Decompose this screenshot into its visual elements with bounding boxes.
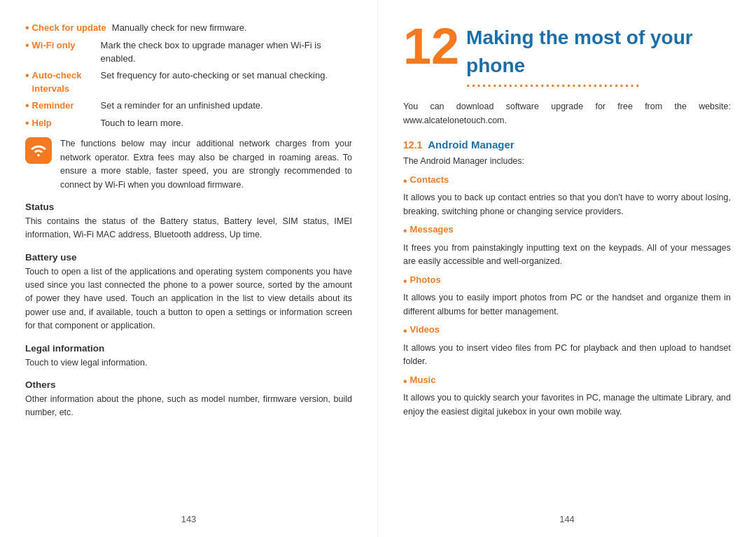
chapter-intro: You can download software upgrade for fr…	[403, 100, 731, 127]
bullet-videos: • Videos	[403, 324, 731, 339]
left-page: • Check for update Manually check for ne…	[0, 0, 378, 537]
section-body-status: This contains the status of the Battery …	[25, 215, 352, 242]
term-autocheck: Auto-check intervals	[32, 69, 95, 96]
right-page: 12 Making the most of your phone........…	[378, 0, 756, 537]
page-number-left: 143	[181, 514, 197, 524]
section-12-1-heading: 12.1 Android Manager	[403, 139, 731, 151]
section-body-legal: Touch to view legal information.	[25, 356, 352, 370]
term-music: Music	[410, 375, 436, 385]
section-heading-legal: Legal information	[25, 343, 352, 354]
icon-warning-box: The functions below may incur additional…	[25, 137, 352, 192]
bullet-dot-contacts: •	[403, 174, 407, 189]
body-contacts: It allows you to back up contact entries…	[403, 191, 731, 218]
bullet-row-check-update: • Check for update Manually check for ne…	[25, 21, 352, 36]
section-body-others: Other information about the phone, such …	[25, 393, 352, 420]
section-status: Status This contains the status of the B…	[25, 202, 352, 242]
term-autocheck-line2: intervals	[32, 83, 69, 94]
body-videos: It allows you to insert video files from…	[403, 342, 731, 369]
desc-reminder: Set a reminder for an unfinished update.	[101, 99, 352, 113]
bullet-row-wifi: • Wi-Fi only Mark the check box to upgra…	[25, 39, 352, 66]
chapter-title-line1: Making the most of your	[466, 21, 693, 49]
bullet-dot-videos: •	[403, 324, 407, 339]
term-messages: Messages	[410, 224, 454, 235]
section-battery-use: Battery use Touch to open a list of the …	[25, 252, 352, 333]
desc-autocheck: Set frequency for auto-checking or set m…	[101, 69, 352, 83]
term-autocheck-line1: Auto-check	[32, 70, 82, 81]
bullet-dot-3: •	[25, 69, 29, 83]
desc-wifi: Mark the check box to upgrade manager wh…	[101, 39, 352, 66]
bullet-dot-4: •	[25, 99, 29, 113]
desc-check-update: Manually check for new firmware.	[112, 21, 352, 35]
bullet-dot-1: •	[25, 21, 29, 36]
bullet-music: • Music	[403, 375, 731, 389]
bullet-row-reminder: • Reminder Set a reminder for an unfinis…	[25, 99, 352, 113]
chapter-title-line2: phone.................................	[466, 49, 693, 90]
bullet-contacts: • Contacts	[403, 174, 731, 189]
bullet-dot-music: •	[403, 375, 407, 389]
section-heading-status: Status	[25, 202, 352, 212]
body-messages: It frees you from painstakingly inputtin…	[403, 242, 731, 269]
body-music: It allows you to quickly search your fav…	[403, 391, 731, 419]
term-reminder: Reminder	[32, 99, 95, 113]
bullet-dot-2: •	[25, 39, 29, 53]
subsections-container: • Contacts It allows you to back up cont…	[403, 174, 731, 419]
wifi-icon	[31, 143, 46, 158]
term-check-update: Check for update	[32, 21, 106, 35]
chapter-dots: .................................	[466, 74, 693, 90]
bullet-row-autocheck: • Auto-check intervals Set frequency for…	[25, 69, 352, 96]
chapter-title-block: 12 Making the most of your phone........…	[403, 21, 731, 90]
bullet-dot-5: •	[25, 116, 29, 131]
chapter-number: 12	[403, 21, 459, 71]
page-number-right: 144	[559, 514, 575, 524]
bullet-row-help: • Help Touch to learn more.	[25, 116, 352, 131]
section-number-12-1: 12.1	[403, 139, 422, 151]
body-photos: It allows you to easily import photos fr…	[403, 291, 731, 319]
bullet-dot-photos: •	[403, 274, 407, 289]
term-contacts: Contacts	[410, 174, 449, 185]
section-title-android-manager: Android Manager	[428, 139, 514, 151]
android-manager-intro: The Android Manager includes:	[403, 155, 731, 168]
bullet-list: • Check for update Manually check for ne…	[25, 21, 352, 130]
section-others: Others Other information about the phone…	[25, 379, 352, 420]
icon-warning-text: The functions below may incur additional…	[60, 137, 352, 192]
sections-container: Status This contains the status of the B…	[25, 202, 352, 420]
section-heading-others: Others	[25, 379, 352, 390]
term-wifi: Wi-Fi only	[32, 39, 95, 53]
chapter-title-line2-text: phone	[466, 55, 525, 76]
wifi-icon-circle	[25, 137, 52, 164]
term-help: Help	[32, 116, 95, 130]
term-videos: Videos	[410, 324, 440, 335]
section-heading-battery: Battery use	[25, 252, 352, 263]
desc-help: Touch to learn more.	[101, 116, 352, 130]
chapter-title-text-block: Making the most of your phone...........…	[466, 21, 693, 90]
bullet-photos: • Photos	[403, 274, 731, 289]
section-legal: Legal information Touch to view legal in…	[25, 343, 352, 370]
term-photos: Photos	[410, 274, 441, 285]
section-body-battery: Touch to open a list of the applications…	[25, 265, 352, 333]
bullet-dot-messages: •	[403, 224, 407, 239]
bullet-messages: • Messages	[403, 224, 731, 239]
